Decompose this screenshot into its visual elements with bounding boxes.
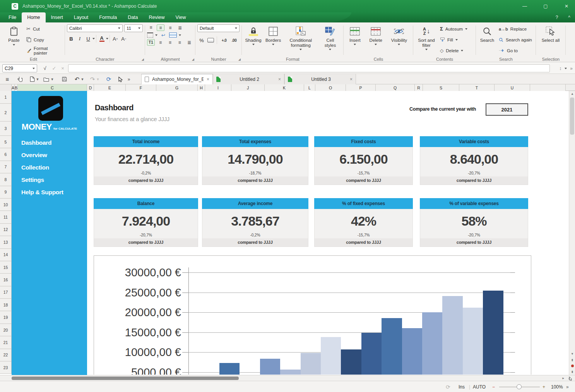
border-style-button[interactable]	[147, 33, 153, 38]
row-header-17[interactable]: 17	[0, 286, 12, 299]
horizontal-scrollbar[interactable]: ▸	[0, 375, 575, 381]
row-header-3[interactable]: 3	[0, 122, 12, 136]
scroll-right-icon[interactable]: ▸	[562, 376, 564, 380]
menu-item-home[interactable]: Home	[22, 12, 45, 22]
column-header-I[interactable]: I	[205, 84, 231, 91]
row-header-8[interactable]: 8	[0, 173, 12, 186]
row-header-1[interactable]: 1	[0, 91, 12, 104]
cut-button[interactable]: ✂Cut	[25, 25, 63, 33]
sync-icon[interactable]: ⟳	[446, 381, 450, 392]
sidebar-item-dashboard[interactable]: Dashboard	[21, 137, 84, 149]
cell-reference-box[interactable]: C29	[2, 64, 37, 72]
remove-decimal-button[interactable]: .00	[230, 36, 238, 45]
redo-icon[interactable]: ↷	[88, 75, 97, 83]
status-more-icon[interactable]: »	[566, 381, 569, 392]
menu-item-view[interactable]: View	[170, 12, 192, 22]
sidebar-item-collection[interactable]: Collection	[21, 161, 84, 174]
column-header-P[interactable]: P	[346, 84, 376, 91]
menu-item-insert[interactable]: Insert	[46, 12, 68, 22]
search-button[interactable]: Search	[478, 24, 496, 55]
format-painter-button[interactable]: Format painter	[25, 46, 63, 55]
formula-bar-more-icon[interactable]: »	[570, 66, 573, 71]
column-header-G[interactable]: G	[156, 84, 198, 91]
save-icon[interactable]	[60, 75, 68, 83]
autosum-button[interactable]: ΣAutosum	[439, 25, 474, 33]
sheet-tab-active[interactable]: Ashampoo_Money_for_E... ×	[141, 74, 213, 84]
chevron-down-icon[interactable]	[565, 68, 567, 69]
column-header-J[interactable]: J	[231, 84, 265, 91]
zoom-slider-knob[interactable]	[517, 384, 522, 389]
delete-cells-button[interactable]: Delete	[368, 24, 383, 55]
column-header-C[interactable]: C	[18, 84, 87, 91]
select-all-button[interactable]: Select all	[541, 24, 561, 55]
column-header-E[interactable]: E	[94, 84, 126, 91]
number-format-select[interactable]: Default	[197, 24, 240, 32]
font-size-select[interactable]: 11	[124, 24, 143, 32]
row-header-19[interactable]: 19	[0, 311, 12, 324]
font-name-select[interactable]: Calibri	[67, 24, 123, 32]
shading-button[interactable]: Shading	[244, 24, 263, 55]
row-header-12[interactable]: 12	[0, 224, 12, 236]
close-button[interactable]: ✕	[561, 3, 572, 9]
new-document-icon[interactable]	[28, 75, 36, 83]
column-header-A[interactable]: A	[12, 84, 15, 91]
underline-button[interactable]: U	[84, 34, 92, 43]
help-icon[interactable]: ?	[553, 14, 560, 21]
shrink-font-button[interactable]: A−	[120, 34, 128, 43]
row-header-18[interactable]: 18	[0, 299, 12, 311]
split-up-icon[interactable]: ⇞	[569, 357, 575, 363]
row-header-10[interactable]: 10	[0, 199, 12, 211]
accept-formula-button[interactable]: ✓	[50, 64, 58, 72]
row-header-16[interactable]: 16	[0, 274, 12, 286]
sheet-tab[interactable]: Untitled 3 ×	[284, 74, 356, 84]
row-header-22[interactable]: 22	[0, 349, 12, 361]
column-header-D[interactable]: D	[87, 84, 94, 91]
row-header-15[interactable]: 15	[0, 261, 12, 274]
split-down-icon[interactable]: ⇟	[569, 369, 575, 375]
insert-cells-button[interactable]: Insert	[348, 24, 362, 55]
italic-button[interactable]: I	[75, 34, 84, 43]
zoom-out-icon[interactable]: −	[492, 381, 495, 392]
grow-font-button[interactable]: A+	[111, 34, 120, 43]
row-header-7[interactable]: 7	[0, 161, 12, 173]
row-header-5[interactable]: 5	[0, 136, 12, 148]
sidebar-item-settings[interactable]: Settings	[21, 174, 84, 186]
sidebar-item-help-support[interactable]: Help & Support	[21, 186, 84, 199]
bar-chart[interactable]: 30000,00 €25000,00 €20000,00 €15000,00 €…	[94, 255, 531, 375]
refresh-icon[interactable]: ⟳	[104, 75, 113, 83]
record-dot-icon[interactable]	[569, 363, 575, 369]
paste-button[interactable]: Paste	[4, 24, 24, 55]
currency-format-icon[interactable]	[207, 38, 214, 43]
merge-cells-button[interactable]	[169, 33, 177, 38]
close-tab-icon[interactable]: ×	[278, 77, 281, 82]
column-header-Q[interactable]: Q	[376, 84, 415, 91]
copy-button[interactable]: Copy	[25, 36, 63, 44]
row-header-20[interactable]: 20	[0, 324, 12, 336]
column-header-L[interactable]: L	[304, 84, 315, 91]
expand-formula-bar-icon[interactable]: ↕	[559, 66, 561, 71]
column-header-blank[interactable]	[530, 84, 566, 91]
sort-and-filter-button[interactable]: AZ↓ Sort and filter	[415, 24, 438, 55]
row-header-2[interactable]: 2	[0, 104, 12, 122]
cancel-formula-button[interactable]: ×	[59, 64, 67, 72]
hamburger-menu-icon[interactable]: ≡	[3, 75, 12, 83]
wrap-text-button[interactable]: ↩	[159, 32, 167, 38]
chevron-down-icon[interactable]: ▼	[80, 75, 84, 83]
visibility-button[interactable]: Visibility	[390, 24, 408, 55]
chevron-down-icon[interactable]	[179, 34, 181, 36]
row-header-23[interactable]: 23	[0, 361, 12, 374]
menu-item-data[interactable]: Data	[122, 12, 143, 22]
select-all-corner[interactable]	[0, 84, 12, 91]
goto-button[interactable]: Go to	[498, 46, 534, 55]
justify-button[interactable]: ≣	[185, 39, 193, 46]
toolbar-more-icon[interactable]: »	[125, 75, 133, 83]
close-tab-icon[interactable]: ×	[207, 77, 209, 82]
formula-input[interactable]	[68, 64, 550, 72]
justify-vertical-button[interactable]: ≣	[176, 24, 184, 31]
chevron-down-icon[interactable]	[106, 38, 108, 39]
column-header-B[interactable]: B	[15, 84, 18, 91]
close-tab-icon[interactable]: ×	[350, 77, 353, 82]
percent-format-button[interactable]: %	[197, 36, 206, 45]
chevron-down-icon[interactable]: ▼	[50, 75, 54, 83]
chevron-down-icon[interactable]: ▼	[36, 75, 39, 83]
